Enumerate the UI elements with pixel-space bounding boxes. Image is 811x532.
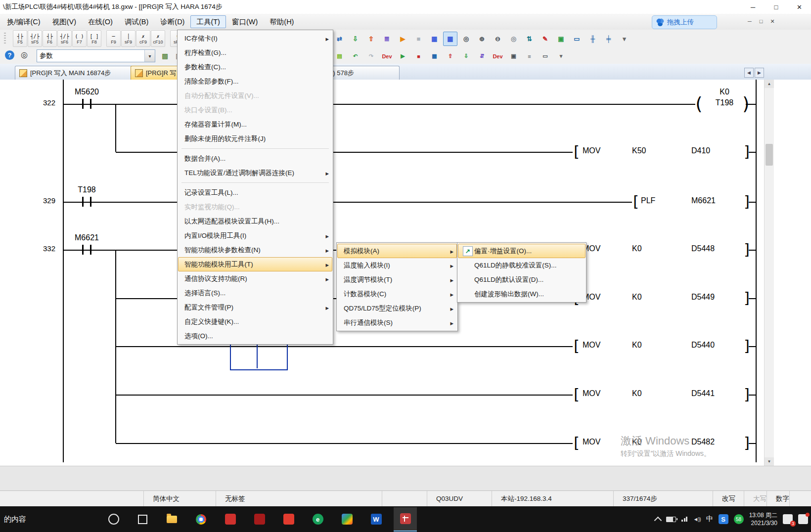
menu-bar-item[interactable]: 窗口(W) [226,15,264,28]
menu-item[interactable] [178,180,332,185]
menu-item[interactable]: 存储器容量计算(M)... [178,117,332,132]
menu-item[interactable]: 选项(O)... [178,329,332,343]
toolbar-icon[interactable]: ⇩ [459,49,473,63]
menu-item[interactable]: 自定义快捷键(K)... [178,314,332,329]
close-button[interactable]: ✕ [788,0,811,14]
menu-item[interactable]: 删除未使用的软元件注释(J) [178,132,332,146]
app-icon-red-1[interactable] [219,508,242,531]
ladder-symbol-button[interactable]: │ sF9 [121,30,135,47]
contact-M6621[interactable] [82,245,91,255]
contact-M5620[interactable] [82,99,91,109]
toolbar-icon[interactable]: ▭ [538,49,552,63]
menu-bar-item[interactable]: 在线(O) [82,15,119,28]
contact-T198[interactable] [82,197,91,207]
toolbar-icon[interactable]: ⇧ [364,32,378,46]
instruction-op[interactable]: PLF [641,196,655,205]
menu-item[interactable] [178,146,332,151]
toolbar-icon[interactable]: ■ [411,32,426,46]
menu-bar-item[interactable]: 视图(V) [46,15,82,28]
coil-device[interactable]: T198 [707,98,742,107]
word-icon[interactable]: W [364,508,388,531]
vertical-scrollbar[interactable]: ▲ ▼ [764,80,774,466]
app-icon-red-3[interactable] [277,508,300,531]
maximize-button[interactable]: □ [765,0,788,14]
minimize-button[interactable]: ─ [741,0,765,14]
ladder-symbol-button[interactable]: ─ F9 [106,30,121,47]
taskbar-clock[interactable]: 13:08 周二 2021/3/30 [749,511,777,527]
menu-item[interactable]: 智能功能模块参数检查(N) [178,243,332,257]
gx-works-active-icon[interactable] [394,507,417,532]
toolbar-icon[interactable]: ↶ [348,49,362,63]
ladder-symbol-button[interactable]: ✗ cF10 [151,30,165,47]
tab-scroll-right-icon[interactable]: ▶ [755,68,764,78]
toolbar-icon[interactable]: ▶ [396,49,410,63]
menu-item[interactable]: 温度调节模块(T) [337,272,457,287]
menu-item[interactable]: 模拟模块(A) [337,244,457,258]
toolbar-grip[interactable] [4,33,6,44]
ladder-symbol-button[interactable]: ┤/├ sF6 [57,30,72,47]
paste-symbol-icon[interactable]: ▩ [158,49,172,62]
chevron-down-icon[interactable]: ▾ [144,50,155,62]
toolbar-icon[interactable]: ⊕ [475,32,489,46]
toolbar-icon[interactable]: ▶ [396,32,410,46]
toolbar-icon[interactable]: ⇧ [443,49,457,63]
toolbar-icon[interactable]: Dev [380,49,394,63]
mdi-minimize-button[interactable]: ─ [746,17,754,26]
volume-icon[interactable]: ◄)) [693,516,700,522]
chrome-icon[interactable] [189,508,213,531]
toolbar-icon[interactable]: ⇅ [522,32,537,46]
menu-item[interactable]: 创建波形输出数据(W)... [458,287,586,301]
toolbar-icon[interactable]: ≡ [522,49,537,63]
toolbar-icon[interactable]: ◎ [459,32,473,46]
toolbar-icon[interactable]: ⇵ [475,49,489,63]
mdi-close-button[interactable]: ✕ [768,17,776,26]
ladder-symbol-button[interactable]: ✗ cF9 [136,30,150,47]
scroll-up-icon[interactable]: ▲ [765,80,774,88]
data-select-combobox[interactable]: 参数 ▾ [37,49,155,62]
toolbar-icon[interactable]: ≣ [380,32,394,46]
toolbar-icon[interactable]: ⇄ [332,32,347,46]
toolbar-icon[interactable]: ⇩ [348,32,362,46]
network-icon[interactable] [681,517,687,522]
instruction-op[interactable]: MOV [583,389,600,398]
toolbar-icon[interactable]: ▣ [506,49,521,63]
toolbar-icon[interactable]: ╪ [601,32,616,46]
menu-item[interactable]: 偏置·增益设置(O)... [458,244,586,258]
menu-bar-item[interactable]: 换/编译(C) [1,15,46,28]
toolbar-icon[interactable]: Dev [491,49,505,63]
menu-item[interactable]: 记录设置工具(L)... [178,185,332,200]
browser-e-icon[interactable]: e [306,508,329,531]
toolbar-icon[interactable]: ↷ [364,49,378,63]
toolbar-icon[interactable]: ✎ [538,32,552,46]
find-icon[interactable]: ◎ [21,50,28,59]
instruction-op[interactable]: MOV [583,341,600,350]
ladder-symbol-button[interactable]: ( ) F7 [72,30,87,47]
media-app-icon[interactable] [335,508,359,531]
toolbar-icon[interactable]: ▤ [332,49,347,63]
toolbar-icon[interactable]: ▾ [554,49,568,63]
menu-item[interactable]: 通信协议支持功能(R) [178,271,332,286]
menu-item[interactable]: 智能功能模块用工具(T) [178,257,332,271]
ladder-symbol-button[interactable]: ┤/├ sF5 [28,30,42,47]
ladder-symbol-button[interactable]: ┤├ F5 [13,30,27,47]
help-icon[interactable]: ? [5,50,14,60]
ladder-symbol-button[interactable]: ┤├ F6 [43,30,57,47]
instruction-op[interactable]: MOV [583,438,600,446]
app-icon-red-2[interactable] [248,508,271,531]
menu-bar-item[interactable]: 诊断(D) [154,15,190,28]
menu-item[interactable]: 实时监视功能(Q)... [178,200,332,214]
file-explorer-icon[interactable] [160,508,183,531]
menu-item[interactable]: Q61LD的默认设置(D)... [458,272,586,287]
menu-bar-item[interactable]: 工具(T) [190,15,226,28]
toolbar-icon[interactable]: ▦ [443,32,457,46]
toolbar-icon[interactable]: ■ [411,49,426,63]
toolbar-icon[interactable]: ▦ [427,32,442,46]
menu-item[interactable]: 选择语言(S)... [178,286,332,300]
toolbar-icon[interactable]: ▣ [554,32,568,46]
sogou-input-icon[interactable]: S [719,514,728,524]
ime-indicator[interactable]: 中 [706,515,713,524]
menu-item[interactable]: 数据合并(A)... [178,151,332,166]
menu-item[interactable]: Q61LD的静载校准设置(S)... [458,258,586,272]
toolbar-icon[interactable]: ╫ [586,32,600,46]
menu-item[interactable]: 以太网适配器模块设置工具(H)... [178,214,332,228]
